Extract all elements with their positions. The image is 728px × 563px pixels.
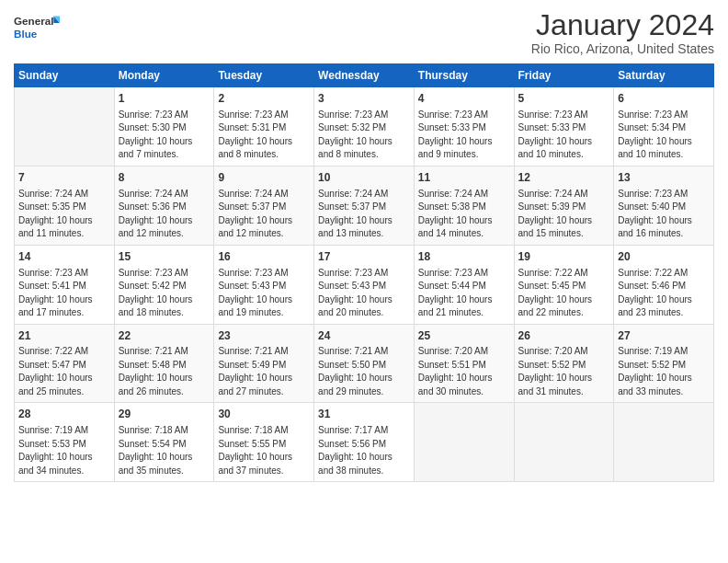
day-number: 9 xyxy=(218,170,310,186)
calendar-cell: 25Sunrise: 7:20 AM Sunset: 5:51 PM Dayli… xyxy=(414,324,514,403)
day-info: Sunrise: 7:23 AM Sunset: 5:43 PM Dayligh… xyxy=(218,267,310,320)
day-number: 13 xyxy=(618,170,710,186)
logo: General Blue xyxy=(14,9,60,46)
logo-svg: General Blue xyxy=(14,9,60,46)
day-info: Sunrise: 7:23 AM Sunset: 5:41 PM Dayligh… xyxy=(18,267,110,320)
calendar-cell: 1Sunrise: 7:23 AM Sunset: 5:30 PM Daylig… xyxy=(114,87,214,167)
day-number: 16 xyxy=(218,249,310,265)
calendar-cell: 22Sunrise: 7:21 AM Sunset: 5:48 PM Dayli… xyxy=(114,324,214,403)
calendar-cell: 27Sunrise: 7:19 AM Sunset: 5:52 PM Dayli… xyxy=(614,324,714,403)
day-info: Sunrise: 7:20 AM Sunset: 5:52 PM Dayligh… xyxy=(518,345,610,398)
day-number: 6 xyxy=(618,91,710,107)
calendar-cell: 24Sunrise: 7:21 AM Sunset: 5:50 PM Dayli… xyxy=(314,324,415,403)
calendar-cell: 16Sunrise: 7:23 AM Sunset: 5:43 PM Dayli… xyxy=(214,245,314,324)
day-number: 8 xyxy=(119,170,210,186)
calendar-cell: 20Sunrise: 7:22 AM Sunset: 5:46 PM Dayli… xyxy=(614,245,714,324)
day-number: 15 xyxy=(119,249,210,265)
day-number: 22 xyxy=(119,328,210,344)
calendar-cell: 7Sunrise: 7:24 AM Sunset: 5:35 PM Daylig… xyxy=(15,166,115,245)
calendar-week-row: 21Sunrise: 7:22 AM Sunset: 5:47 PM Dayli… xyxy=(15,324,714,403)
day-info: Sunrise: 7:24 AM Sunset: 5:37 PM Dayligh… xyxy=(218,188,310,241)
page: General Blue January 2024 Rio Rico, Ariz… xyxy=(0,0,728,563)
day-number: 28 xyxy=(18,407,110,422)
day-info: Sunrise: 7:23 AM Sunset: 5:43 PM Dayligh… xyxy=(318,267,410,320)
calendar-cell: 26Sunrise: 7:20 AM Sunset: 5:52 PM Dayli… xyxy=(514,324,614,403)
svg-text:Blue: Blue xyxy=(14,28,38,40)
day-info: Sunrise: 7:21 AM Sunset: 5:49 PM Dayligh… xyxy=(218,345,310,398)
day-number: 3 xyxy=(318,91,410,107)
weekday-row: SundayMondayTuesdayWednesdayThursdayFrid… xyxy=(15,64,714,87)
day-number: 24 xyxy=(318,328,410,344)
calendar-body: 1Sunrise: 7:23 AM Sunset: 5:30 PM Daylig… xyxy=(15,87,714,482)
calendar-cell xyxy=(514,403,614,482)
day-number: 17 xyxy=(318,249,410,265)
day-info: Sunrise: 7:23 AM Sunset: 5:33 PM Dayligh… xyxy=(518,109,610,162)
day-info: Sunrise: 7:24 AM Sunset: 5:35 PM Dayligh… xyxy=(18,188,110,241)
day-info: Sunrise: 7:21 AM Sunset: 5:48 PM Dayligh… xyxy=(119,345,210,398)
day-number: 21 xyxy=(18,328,110,344)
calendar-cell: 3Sunrise: 7:23 AM Sunset: 5:32 PM Daylig… xyxy=(314,87,415,167)
day-info: Sunrise: 7:23 AM Sunset: 5:42 PM Dayligh… xyxy=(119,267,210,320)
day-number: 29 xyxy=(119,407,210,422)
day-info: Sunrise: 7:18 AM Sunset: 5:54 PM Dayligh… xyxy=(119,424,210,477)
calendar-header: SundayMondayTuesdayWednesdayThursdayFrid… xyxy=(15,64,714,87)
calendar-cell: 5Sunrise: 7:23 AM Sunset: 5:33 PM Daylig… xyxy=(514,87,614,167)
day-info: Sunrise: 7:17 AM Sunset: 5:56 PM Dayligh… xyxy=(318,424,410,477)
day-number: 7 xyxy=(18,170,110,186)
calendar-cell: 9Sunrise: 7:24 AM Sunset: 5:37 PM Daylig… xyxy=(214,166,314,245)
day-info: Sunrise: 7:21 AM Sunset: 5:50 PM Dayligh… xyxy=(318,345,410,398)
calendar-cell: 23Sunrise: 7:21 AM Sunset: 5:49 PM Dayli… xyxy=(214,324,314,403)
day-info: Sunrise: 7:23 AM Sunset: 5:34 PM Dayligh… xyxy=(618,109,710,162)
calendar-cell: 28Sunrise: 7:19 AM Sunset: 5:53 PM Dayli… xyxy=(15,403,115,482)
day-number: 19 xyxy=(518,249,610,265)
day-number: 26 xyxy=(518,328,610,344)
weekday-header: Saturday xyxy=(614,64,714,87)
calendar-cell: 31Sunrise: 7:17 AM Sunset: 5:56 PM Dayli… xyxy=(314,403,415,482)
calendar-cell: 19Sunrise: 7:22 AM Sunset: 5:45 PM Dayli… xyxy=(514,245,614,324)
svg-text:General: General xyxy=(14,16,53,28)
day-number: 12 xyxy=(518,170,610,186)
calendar-cell: 4Sunrise: 7:23 AM Sunset: 5:33 PM Daylig… xyxy=(414,87,514,167)
title-area: January 2024 Rio Rico, Arizona, United S… xyxy=(531,9,714,56)
calendar-week-row: 7Sunrise: 7:24 AM Sunset: 5:35 PM Daylig… xyxy=(15,166,714,245)
day-info: Sunrise: 7:24 AM Sunset: 5:38 PM Dayligh… xyxy=(418,188,510,241)
calendar-week-row: 1Sunrise: 7:23 AM Sunset: 5:30 PM Daylig… xyxy=(15,87,714,167)
calendar-table: SundayMondayTuesdayWednesdayThursdayFrid… xyxy=(14,63,714,482)
weekday-header: Tuesday xyxy=(214,64,314,87)
day-info: Sunrise: 7:22 AM Sunset: 5:45 PM Dayligh… xyxy=(518,267,610,320)
day-info: Sunrise: 7:24 AM Sunset: 5:37 PM Dayligh… xyxy=(318,188,410,241)
day-info: Sunrise: 7:23 AM Sunset: 5:40 PM Dayligh… xyxy=(618,188,710,241)
day-number: 18 xyxy=(418,249,510,265)
calendar-cell xyxy=(414,403,514,482)
day-number: 11 xyxy=(418,170,510,186)
day-info: Sunrise: 7:20 AM Sunset: 5:51 PM Dayligh… xyxy=(418,345,510,398)
weekday-header: Thursday xyxy=(414,64,514,87)
calendar-cell: 10Sunrise: 7:24 AM Sunset: 5:37 PM Dayli… xyxy=(314,166,415,245)
day-info: Sunrise: 7:22 AM Sunset: 5:46 PM Dayligh… xyxy=(618,267,710,320)
calendar-cell xyxy=(15,87,115,167)
weekday-header: Friday xyxy=(514,64,614,87)
day-info: Sunrise: 7:23 AM Sunset: 5:33 PM Dayligh… xyxy=(418,109,510,162)
day-number: 4 xyxy=(418,91,510,107)
day-number: 30 xyxy=(218,407,310,422)
day-number: 25 xyxy=(418,328,510,344)
subtitle: Rio Rico, Arizona, United States xyxy=(531,41,714,56)
calendar-cell: 8Sunrise: 7:24 AM Sunset: 5:36 PM Daylig… xyxy=(114,166,214,245)
day-number: 5 xyxy=(518,91,610,107)
day-info: Sunrise: 7:18 AM Sunset: 5:55 PM Dayligh… xyxy=(218,424,310,477)
calendar-cell: 30Sunrise: 7:18 AM Sunset: 5:55 PM Dayli… xyxy=(214,403,314,482)
day-number: 2 xyxy=(218,91,310,107)
day-number: 1 xyxy=(119,91,210,107)
weekday-header: Sunday xyxy=(15,64,115,87)
day-info: Sunrise: 7:22 AM Sunset: 5:47 PM Dayligh… xyxy=(18,345,110,398)
calendar-cell: 17Sunrise: 7:23 AM Sunset: 5:43 PM Dayli… xyxy=(314,245,415,324)
calendar-cell: 14Sunrise: 7:23 AM Sunset: 5:41 PM Dayli… xyxy=(15,245,115,324)
day-info: Sunrise: 7:23 AM Sunset: 5:44 PM Dayligh… xyxy=(418,267,510,320)
day-number: 23 xyxy=(218,328,310,344)
weekday-header: Wednesday xyxy=(314,64,415,87)
day-number: 27 xyxy=(618,328,710,344)
calendar-cell: 2Sunrise: 7:23 AM Sunset: 5:31 PM Daylig… xyxy=(214,87,314,167)
day-info: Sunrise: 7:24 AM Sunset: 5:36 PM Dayligh… xyxy=(119,188,210,241)
header: General Blue January 2024 Rio Rico, Ariz… xyxy=(14,9,714,56)
calendar-cell: 13Sunrise: 7:23 AM Sunset: 5:40 PM Dayli… xyxy=(614,166,714,245)
